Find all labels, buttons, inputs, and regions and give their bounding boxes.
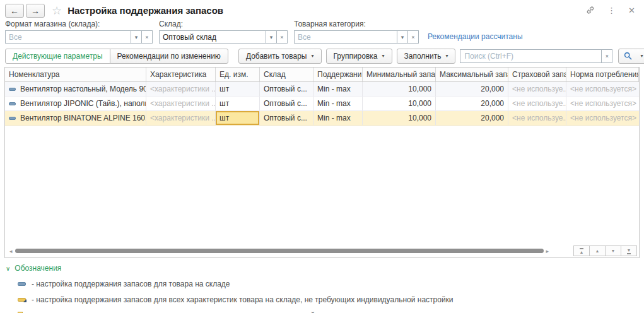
column-header-min-stock[interactable]: Минимальный запас <box>363 68 436 81</box>
titlebar: ← → ☆ Настройка поддержания запасов ⋮ ✕ <box>0 0 644 19</box>
scroll-to-top-button[interactable]: ▲ <box>573 245 590 256</box>
warehouse-clear-icon[interactable]: × <box>276 30 288 44</box>
scroll-down-button[interactable]: ▼ <box>605 245 621 256</box>
scrollbar-thumb[interactable] <box>15 249 544 253</box>
table-header-row: Номенклатура Характеристика Ед. изм. Скл… <box>5 68 639 82</box>
maintain-method-value[interactable]: Min - max <box>313 97 363 110</box>
unit-value-selected-cell[interactable]: шт <box>216 111 260 125</box>
max-stock-value[interactable]: 20,000 <box>436 97 508 110</box>
back-arrow-icon: ← <box>10 6 19 16</box>
warehouse-label: Склад: <box>159 20 289 28</box>
chevron-down-icon: ▾ <box>445 53 448 59</box>
unit-value[interactable]: шт <box>216 82 260 96</box>
characteristic-value[interactable]: <характеристики ... <box>146 111 216 125</box>
warehouse-value[interactable]: Оптовый с... <box>260 82 313 96</box>
chevron-down-icon: ▾ <box>640 53 643 59</box>
column-header-nomenclature[interactable]: Номенклатура <box>5 68 146 81</box>
nomenclature-value: Вентилятор JIPONIC (Тайв.), наполь... <box>20 99 146 108</box>
grouping-label: Группировка <box>334 52 378 61</box>
legend-toggle[interactable]: ∨ Обозначения <box>6 264 638 273</box>
stock-item-dash-icon <box>9 102 16 105</box>
tab-current-parameters[interactable]: Действующие параметры <box>5 49 110 64</box>
consumption-rate-value[interactable]: <не используется> <box>566 97 639 110</box>
forward-button[interactable]: → <box>26 4 45 18</box>
close-icon[interactable]: ✕ <box>628 6 635 15</box>
favorite-star-icon[interactable]: ☆ <box>52 5 62 16</box>
maintain-method-value[interactable]: Min - max <box>313 111 363 125</box>
search-input[interactable] <box>460 49 602 63</box>
scroll-up-icon: ▲ <box>595 249 600 253</box>
window-controls: ⋮ ✕ <box>586 6 635 16</box>
horizontal-scrollbar: ◂ ▸ ▲ ▲ ▼ ▼ <box>5 245 639 257</box>
store-format-input[interactable] <box>5 30 131 44</box>
unit-value[interactable]: шт <box>216 97 260 110</box>
warehouse-value[interactable]: Оптовый с... <box>260 97 313 110</box>
min-stock-value[interactable]: 10,000 <box>363 111 436 125</box>
scroll-up-button[interactable]: ▲ <box>589 245 606 256</box>
safety-stock-value[interactable]: <не используе... <box>508 82 566 96</box>
characteristic-value[interactable]: <характеристики ... <box>146 97 216 110</box>
scroll-to-bottom-button[interactable]: ▼ <box>621 245 637 256</box>
safety-stock-value[interactable]: <не используе... <box>508 97 566 110</box>
min-stock-value[interactable]: 10,000 <box>363 82 436 96</box>
max-stock-value[interactable]: 20,000 <box>436 82 508 96</box>
warehouse-value[interactable]: Оптовый с... <box>260 111 313 125</box>
column-header-consumption-rate[interactable]: Норма потребления <box>566 68 639 81</box>
back-button[interactable]: ← <box>5 4 24 18</box>
column-header-max-stock[interactable]: Максимальный запас <box>436 68 508 81</box>
more-menu-icon[interactable]: ⋮ <box>607 6 616 15</box>
inventory-settings-table: Номенклатура Характеристика Ед. изм. Скл… <box>4 67 640 258</box>
search-clear-icon[interactable]: × <box>601 49 612 63</box>
legend-item: - настройка поддержания запасов для всех… <box>18 295 638 304</box>
table-empty-area <box>5 126 639 245</box>
category-dropdown-icon[interactable]: ▾ <box>397 30 408 44</box>
page-title: Настройка поддержания запасов <box>67 5 223 16</box>
store-format-filter: Формат магазина (склада): ▾ × <box>5 20 154 44</box>
command-bar: Действующие параметры Рекомендации по из… <box>0 45 644 67</box>
fill-button[interactable]: Заполнить ▾ <box>397 49 456 64</box>
category-filter: Товарная категория: ▾ × <box>294 20 420 44</box>
category-clear-icon[interactable]: × <box>407 30 419 44</box>
characteristic-value[interactable]: <характеристики ... <box>146 82 216 96</box>
scroll-down-icon: ▼ <box>611 249 616 253</box>
fill-label: Заполнить <box>404 52 442 61</box>
category-input[interactable] <box>294 30 397 44</box>
legend-item-text: - настройка поддержания запасов для всех… <box>32 295 454 304</box>
store-format-clear-icon[interactable]: × <box>141 30 153 44</box>
tab-change-recommendations[interactable]: Рекомендации по изменению <box>110 49 228 64</box>
stock-item-dash-icon <box>9 88 16 91</box>
stock-item-dash-icon <box>9 117 16 120</box>
warehouse-input[interactable] <box>159 30 266 44</box>
min-stock-value[interactable]: 10,000 <box>363 97 436 110</box>
column-header-unit[interactable]: Ед. изм. <box>216 68 260 81</box>
advanced-search-button[interactable]: ▾ <box>618 49 644 64</box>
column-header-warehouse[interactable]: Склад <box>260 68 313 81</box>
table-row[interactable]: Вентилятор настольный, Модель 901 <харак… <box>5 82 639 97</box>
chevron-down-icon: ∨ <box>6 265 10 272</box>
scroll-right-icon[interactable]: ▸ <box>544 248 552 254</box>
table-nav-buttons: ▲ ▲ ▼ ▼ <box>574 245 637 256</box>
scroll-top-icon: ▲ <box>580 248 584 254</box>
recommendations-status-link[interactable]: Рекомендации рассчитаны <box>428 32 523 44</box>
column-header-maintain-method[interactable]: Поддержани... <box>313 68 363 81</box>
view-switch-group: Действующие параметры Рекомендации по из… <box>5 49 228 64</box>
legend-section: ∨ Обозначения - настройка поддержания за… <box>0 258 644 313</box>
grouping-button[interactable]: Группировка ▾ <box>326 49 392 64</box>
safety-stock-value[interactable]: <не используе... <box>508 111 566 125</box>
table-row[interactable]: Вентилятор JIPONIC (Тайв.), наполь... <х… <box>5 97 639 111</box>
store-format-dropdown-icon[interactable]: ▾ <box>131 30 142 44</box>
add-goods-button[interactable]: Добавить товары ▾ <box>238 49 322 64</box>
warehouse-dropdown-icon[interactable]: ▾ <box>266 30 277 44</box>
maintain-method-value[interactable]: Min - max <box>313 82 363 96</box>
column-header-safety-stock[interactable]: Страховой запас <box>508 68 566 81</box>
consumption-rate-value[interactable]: <не используется> <box>566 82 639 96</box>
consumption-rate-value[interactable]: <не используется> <box>566 111 639 125</box>
copy-link-icon[interactable] <box>586 6 595 16</box>
column-header-characteristic[interactable]: Характеристика <box>146 68 216 81</box>
stock-item-dash-icon <box>18 282 26 286</box>
forward-arrow-icon: → <box>31 6 40 16</box>
scroll-left-icon[interactable]: ◂ <box>7 248 15 254</box>
max-stock-value[interactable]: 20,000 <box>436 111 508 125</box>
table-row-selected[interactable]: Вентилятор BINATONE ALPINE 160... <харак… <box>5 111 639 126</box>
filter-row: Формат магазина (склада): ▾ × Склад: ▾ ×… <box>0 19 644 45</box>
